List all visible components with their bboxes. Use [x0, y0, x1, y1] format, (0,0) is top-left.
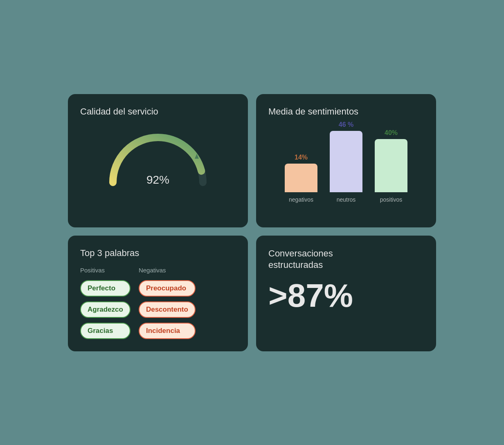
bar-group-neutral: 46 % neutros: [330, 121, 362, 203]
negative-header: Negativas: [139, 267, 196, 274]
negative-word-2: Incidencia: [139, 323, 196, 339]
positive-word-0: Perfecto: [80, 280, 130, 297]
service-quality-title: Calidad del servicio: [80, 106, 236, 117]
conversations-title: Conversaciones estructuradas: [268, 248, 424, 271]
negative-words-col: Negativas Preocupado Descontento Inciden…: [139, 267, 196, 339]
positive-header: Positivas: [80, 267, 130, 274]
conversations-card: Conversaciones estructuradas >87%: [256, 236, 436, 351]
dashboard: Calidad del servicio: [68, 94, 436, 351]
positive-word-1: Agradezco: [80, 301, 130, 318]
service-quality-card: Calidad del servicio: [68, 94, 248, 227]
bar-label-negative: 14%: [295, 154, 308, 161]
bar-bottom-negative: negativos: [289, 196, 313, 203]
conversations-title-line1: Conversaciones: [268, 248, 333, 258]
gauge-container: 92%: [80, 125, 236, 187]
bar-label-positive: 40%: [385, 129, 398, 137]
positive-word-2: Gracias: [80, 323, 130, 339]
gauge-percent: 92%: [146, 173, 169, 187]
bar-bottom-neutral: neutros: [337, 196, 356, 203]
bar-group-positive: 40% positivos: [375, 129, 407, 203]
bar-group-negative: 14% negativos: [285, 154, 317, 203]
bar-label-neutral: 46 %: [339, 121, 353, 128]
bar-negative: [285, 164, 317, 192]
top-words-title: Top 3 palabras: [80, 248, 236, 258]
sentiment-average-title: Media de sentimientos: [268, 106, 424, 117]
gauge-value: 92%: [146, 173, 169, 187]
bar-chart: 14% negativos 46 % neutros 40% positivos: [268, 125, 424, 215]
gauge-svg-wrapper: 92%: [105, 129, 211, 187]
top-words-card: Top 3 palabras Positivas Perfecto Agrade…: [68, 236, 248, 351]
sentiment-average-card: Media de sentimientos 14% negativos 46 %…: [256, 94, 436, 227]
bar-positive: [375, 139, 407, 192]
bar-bottom-positive: positivos: [380, 196, 402, 203]
words-columns: Positivas Perfecto Agradezco Gracias Neg…: [80, 267, 236, 339]
positive-words-col: Positivas Perfecto Agradezco Gracias: [80, 267, 130, 339]
bar-neutral: [330, 131, 362, 192]
negative-word-0: Preocupado: [139, 280, 196, 297]
conversations-title-line2: estructuradas: [268, 260, 323, 270]
conversations-value: >87%: [268, 279, 424, 312]
negative-word-1: Descontento: [139, 301, 196, 318]
